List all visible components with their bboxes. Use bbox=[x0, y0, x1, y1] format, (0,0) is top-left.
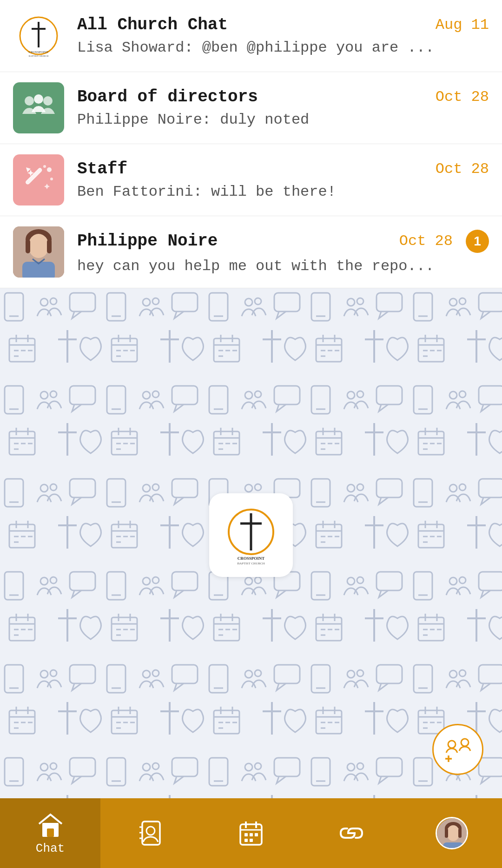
avatar-board bbox=[13, 82, 64, 133]
chat-list: CROSSPOINT BAPTIST CHURCH All Church Cha… bbox=[0, 0, 502, 288]
svg-rect-60 bbox=[250, 839, 253, 842]
svg-marker-9 bbox=[26, 167, 31, 172]
unread-badge-philippe: 1 bbox=[466, 230, 489, 253]
chat-preview-staff: Ben Fattorini: will be there! bbox=[77, 183, 336, 200]
center-logo: CROSSPOINT BAPTIST CHURCH bbox=[209, 493, 293, 577]
avatar-staff bbox=[13, 154, 64, 205]
chat-date-philippe: Oct 28 bbox=[399, 232, 453, 250]
svg-point-42 bbox=[448, 741, 456, 748]
svg-rect-57 bbox=[250, 833, 253, 836]
chat-date-all-church: Aug 11 bbox=[436, 16, 489, 33]
svg-point-12 bbox=[43, 165, 46, 168]
home-icon bbox=[36, 811, 64, 839]
svg-point-64 bbox=[447, 825, 460, 841]
svg-rect-56 bbox=[244, 833, 248, 836]
svg-point-11 bbox=[50, 178, 53, 180]
chat-name-staff: Staff bbox=[77, 159, 127, 179]
contacts-icon bbox=[137, 819, 165, 847]
avatar-philippe bbox=[13, 226, 64, 278]
chat-item-staff[interactable]: Staff Oct 28 Ben Fattorini: will be ther… bbox=[0, 144, 502, 216]
svg-rect-46 bbox=[47, 828, 54, 837]
svg-point-7 bbox=[43, 96, 53, 106]
chat-content-all-church: All Church Chat Aug 11 Lisa Showard: @be… bbox=[77, 15, 489, 56]
chat-content-philippe: Philippe Noire Oct 28 1 hey can you help… bbox=[77, 230, 489, 275]
nav-label-chat: Chat bbox=[36, 841, 65, 855]
chat-item-board[interactable]: Board of directors Oct 28 Philippe Noire… bbox=[0, 72, 502, 144]
link-icon bbox=[337, 819, 365, 847]
nav-item-calendar[interactable] bbox=[201, 798, 301, 868]
chat-name-board: Board of directors bbox=[77, 87, 258, 106]
new-group-fab[interactable] bbox=[432, 724, 483, 775]
chat-date-staff: Oct 28 bbox=[436, 160, 489, 178]
profile-avatar bbox=[436, 817, 468, 849]
svg-rect-68 bbox=[443, 842, 463, 849]
chat-preview-all-church: Lisa Showard: @ben @philippe you are ... bbox=[77, 39, 434, 56]
svg-rect-66 bbox=[458, 828, 462, 838]
bottom-nav: Chat bbox=[0, 798, 502, 868]
svg-text:CROSSPOINT: CROSSPOINT bbox=[238, 556, 265, 561]
chat-name-philippe: Philippe Noire bbox=[77, 232, 218, 251]
svg-text:CROSSPOINT: CROSSPOINT bbox=[29, 50, 49, 54]
svg-point-5 bbox=[25, 96, 34, 106]
svg-point-6 bbox=[34, 94, 43, 104]
svg-rect-58 bbox=[255, 833, 258, 836]
nav-item-link[interactable] bbox=[301, 798, 402, 868]
svg-rect-59 bbox=[244, 839, 248, 842]
svg-text:BAPTIST CHURCH: BAPTIST CHURCH bbox=[29, 55, 49, 57]
chat-item-all-church[interactable]: CROSSPOINT BAPTIST CHURCH All Church Cha… bbox=[0, 0, 502, 72]
chat-item-philippe[interactable]: Philippe Noire Oct 28 1 hey can you help… bbox=[0, 216, 502, 288]
avatar-all-church: CROSSPOINT BAPTIST CHURCH bbox=[13, 10, 64, 61]
calendar-icon bbox=[237, 819, 265, 847]
svg-text:BAPTIST CHURCH: BAPTIST CHURCH bbox=[237, 562, 264, 565]
svg-point-41 bbox=[461, 739, 469, 746]
svg-rect-17 bbox=[47, 239, 52, 253]
svg-point-10 bbox=[47, 167, 52, 172]
chat-preview-board: Philippe Noire: duly noted bbox=[77, 111, 309, 128]
chat-content-board: Board of directors Oct 28 Philippe Noire… bbox=[77, 87, 489, 128]
svg-point-48 bbox=[146, 827, 155, 835]
chat-preview-philippe: hey can you help me out with the repo... bbox=[77, 258, 434, 275]
nav-item-profile[interactable] bbox=[402, 798, 502, 868]
svg-rect-65 bbox=[445, 828, 448, 838]
svg-point-15 bbox=[28, 234, 49, 258]
chat-name-all-church: All Church Chat bbox=[77, 15, 228, 34]
chat-date-board: Oct 28 bbox=[436, 88, 489, 106]
nav-item-chat[interactable]: Chat bbox=[0, 798, 100, 868]
pattern-area: CROSSPOINT BAPTIST CHURCH bbox=[0, 288, 502, 798]
svg-rect-16 bbox=[26, 239, 30, 253]
chat-content-staff: Staff Oct 28 Ben Fattorini: will be ther… bbox=[77, 159, 489, 200]
nav-item-contacts[interactable] bbox=[100, 798, 201, 868]
